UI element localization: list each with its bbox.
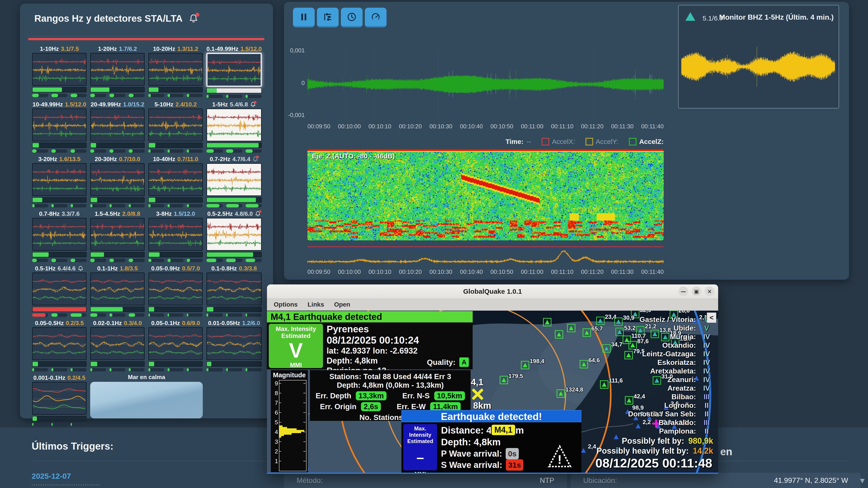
time-axis: 00:09:5000:10:0000:10:1000:10:2000:10:30… — [307, 268, 664, 275]
freq-cell-5-10Hz[interactable]: 5-10Hz2.4/10.2 — [148, 100, 203, 153]
window-titlebar[interactable]: GlobalQuake 1.0.1 — ▣ × — [267, 285, 718, 299]
legend-item-AccelZ[interactable]: AccelZ: — [629, 138, 664, 145]
calm-sea-tile: Mar en calma — [90, 374, 203, 426]
trigger-progress-bar — [90, 142, 145, 148]
calm-sea-image — [90, 382, 203, 418]
monitor-waveform-canvas — [681, 29, 835, 104]
alarm-bell-icon[interactable] — [188, 13, 198, 24]
freq-cell-3-8Hz[interactable]: 3-8Hz1.5/12.0 — [148, 210, 203, 262]
freq-cell-label: 0.7-8Hz3.3/7.6 — [32, 210, 87, 218]
freq-cell-0.05-0.9Hz[interactable]: 0.05-0.9Hz0.5/7.0 — [148, 264, 203, 317]
map-view[interactable]: 32,926,023,430,965,753,221,213,818,910,8… — [267, 311, 718, 474]
window-bottom-border — [267, 473, 718, 474]
mini-waveform — [206, 327, 262, 360]
spectrogram-label: Eje: Z (AUTO: -80 - -46dB) — [312, 152, 395, 160]
err-ew-label: Err. E-W — [397, 402, 426, 411]
trigger-progress-bar — [90, 87, 145, 92]
scroll-down-arrow[interactable]: ▼ — [859, 476, 866, 485]
freq-cell-0.1-49.99Hz[interactable]: 0.1-49.99Hz1.5/12.0 — [206, 45, 262, 98]
freq-cell-0.1-0.8Hz[interactable]: 0.1-0.8Hz0.3/3.8 — [206, 264, 262, 317]
station-triangle-icon — [685, 12, 695, 21]
mag-histogram-bar — [279, 436, 281, 437]
metodo-label: Método: — [297, 476, 323, 485]
time-tick: 00:10:10 — [368, 268, 391, 275]
gauge-button[interactable] — [365, 8, 386, 28]
legend-item-AccelY[interactable]: AccelY: — [585, 138, 618, 145]
time-tick: 00:11:00 — [521, 123, 544, 130]
time-tick: 00:11:30 — [611, 123, 633, 130]
checkbox-icon[interactable] — [541, 138, 549, 145]
freq-cell-0.5-2.5Hz[interactable]: 0.5-2.5Hz4.8/6.0 — [206, 210, 262, 262]
freq-cell-label: 0.001-0.1Hz0.2/4.5 — [32, 374, 87, 382]
freq-cell-0.01-0.05Hz[interactable]: 0.01-0.05Hz1.2/6.0 — [206, 319, 262, 371]
checkbox-icon[interactable] — [585, 138, 593, 145]
map-collapse-button[interactable]: < — [707, 313, 716, 323]
freq-cell-0.7-2Hz[interactable]: 0.7-2Hz4.7/6.4 — [206, 155, 262, 207]
indicator-pills — [32, 94, 87, 97]
freq-cell-1-10Hz[interactable]: 1-10Hz3.1/7.5 — [32, 45, 87, 98]
freq-cell-0.1-1Hz[interactable]: 0.1-1Hz1.8/3.5 — [90, 264, 145, 317]
freq-cell-label: 20-30Hz0.7/10.0 — [90, 155, 145, 163]
mini-waveform — [148, 163, 203, 196]
mini-waveform — [32, 53, 87, 86]
warning-icon: ! — [546, 443, 573, 471]
menu-links[interactable]: Links — [303, 301, 329, 308]
time-tick: 00:10:40 — [460, 123, 483, 130]
mini-waveform — [32, 218, 87, 251]
time-tick: 00:10:20 — [399, 268, 422, 275]
s-wave-label: S Wave arrival: — [441, 459, 502, 470]
time-tick: 00:10:40 — [460, 268, 483, 275]
freq-cell-3-20Hz[interactable]: 3-20Hz1.6/13.5 — [32, 155, 87, 207]
freq-cell-0.7-8Hz[interactable]: 0.7-8Hz3.3/7.6 — [32, 210, 87, 262]
freq-cell-20-30Hz[interactable]: 20-30Hz0.7/10.0 — [90, 155, 145, 207]
freq-cell-20-49.99Hz[interactable]: 20-49.99Hz1.0/15.2 — [90, 100, 145, 153]
maximize-button[interactable]: ▣ — [691, 287, 702, 296]
svg-text:!: ! — [558, 453, 562, 466]
freq-grid: 1-10Hz3.1/7.51-20Hz1.7/6.210-20Hz1.3/11.… — [32, 45, 262, 426]
y-axis-label: 0,001 — [285, 47, 305, 54]
freq-cell-10-49.99Hz[interactable]: 10-49.99Hz1.5/12.0 — [32, 100, 87, 153]
minimize-button[interactable]: — — [678, 287, 688, 296]
time-tick: 00:11:20 — [581, 123, 603, 130]
trigger-progress-bar — [206, 252, 262, 257]
freq-cell-0.02-0.1Hz[interactable]: 0.02-0.1Hz0.3/4.0 — [90, 319, 145, 371]
freq-cell-0.001-0.1Hz[interactable]: 0.001-0.1Hz0.2/4.5 — [32, 374, 87, 426]
freq-cell-0.05-0.5Hz[interactable]: 0.05-0.5Hz0.2/3.5 — [32, 319, 87, 371]
freq-cell-1.5-4.5Hz[interactable]: 1.5-4.5Hz2.0/8.8 — [90, 210, 145, 262]
mini-waveform — [90, 272, 145, 305]
city-row: Leintz-Gatzaga:IV — [628, 350, 713, 358]
detected-header: Earthquake detected! — [401, 410, 581, 422]
trigger-progress-bar — [206, 197, 262, 203]
clock-button[interactable] — [341, 8, 363, 28]
city-row: Ubide:V — [628, 324, 713, 332]
close-button[interactable]: × — [705, 287, 715, 296]
menu-open[interactable]: Open — [330, 301, 355, 308]
freq-cell-label: 1-5Hz5.4/6.8 — [206, 100, 262, 108]
mini-waveform — [32, 163, 87, 196]
trigger-progress-bar — [90, 197, 145, 203]
mini-waveform — [206, 108, 262, 141]
freq-cell-1-5Hz[interactable]: 1-5Hz5.4/6.8 — [206, 100, 262, 153]
freq-cell-10-40Hz[interactable]: 10-40Hz0.7/11.0 — [148, 155, 203, 207]
quake-depth: Depth: 4,8km — [327, 356, 419, 366]
divider-dotted — [32, 484, 99, 486]
menu-options[interactable]: Options — [269, 301, 302, 308]
city-row: Bilbao:III — [628, 392, 713, 401]
city-row: Aretxabaleta:IV — [628, 367, 713, 375]
freq-cell-10-20Hz[interactable]: 10-20Hz1.3/11.2 — [148, 45, 203, 98]
felt-label: Possibly felt by: — [622, 436, 684, 446]
trigger-date-link[interactable]: 2025-12-07 — [32, 472, 71, 481]
trigger-progress-bar — [148, 306, 203, 312]
checkbox-icon[interactable] — [629, 138, 637, 145]
freq-cell-0.05-0.1Hz[interactable]: 0.05-0.1Hz0.6/9.0 — [148, 319, 203, 371]
pause-button[interactable] — [293, 8, 315, 28]
accel-legend: Time:-- AccelX:AccelY:AccelZ: — [307, 138, 664, 145]
time-tick: 00:11:40 — [641, 268, 664, 275]
filters-button[interactable] — [317, 8, 339, 28]
time-tick: 00:09:50 — [307, 268, 330, 275]
legend-item-AccelX[interactable]: AccelX: — [541, 138, 575, 145]
freq-cell-1-20Hz[interactable]: 1-20Hz1.7/6.2 — [90, 45, 145, 98]
mini-waveform — [148, 108, 203, 141]
freq-cell-0.5-1Hz[interactable]: 0.5-1Hz6.4/4.6 — [32, 264, 87, 317]
ubicacion-value: 41.9977° N, 2.8025° W — [774, 476, 848, 485]
